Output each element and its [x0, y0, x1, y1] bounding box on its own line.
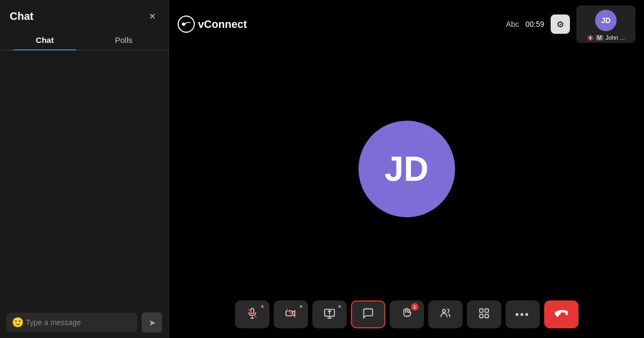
message-input-wrapper: 🙂: [6, 313, 137, 332]
participants-icon: [440, 307, 451, 322]
mic-off-icon: 🔇: [587, 35, 594, 41]
logo-text: vConnect: [198, 18, 247, 31]
chat-panel: Chat × Chat Polls 🙂 ➤: [0, 0, 169, 338]
top-bar: vConnect Abc 00:59 ⚙ JD 🔇 M John ...: [169, 0, 644, 48]
chevron-up-icon: ▲: [299, 303, 304, 308]
tab-polls[interactable]: Polls: [84, 30, 163, 50]
share-icon: [324, 307, 335, 322]
camera-icon: [285, 307, 297, 322]
chevron-up-icon: ▲: [260, 303, 265, 308]
chat-icon: [362, 307, 374, 322]
raise-hand-icon: [401, 307, 413, 322]
chat-messages-area: [0, 50, 169, 307]
svg-point-1: [182, 23, 185, 26]
logo-area: vConnect: [178, 16, 247, 33]
reactions-badge: 1: [411, 303, 419, 311]
settings-button[interactable]: ⚙: [551, 14, 570, 34]
end-call-icon: [555, 307, 568, 322]
participant-label: 🔇 M John ...: [584, 33, 628, 43]
chat-panel-title: Chat: [10, 10, 33, 23]
chat-tabs: Chat Polls: [0, 30, 169, 50]
chat-header: Chat ×: [0, 0, 169, 30]
tab-chat[interactable]: Chat: [5, 30, 84, 50]
main-speaker-avatar: JD: [358, 121, 455, 217]
svg-rect-15: [479, 314, 482, 317]
mic-button[interactable]: ▲: [235, 300, 269, 328]
chevron-up-icon: ▲: [338, 303, 342, 308]
chat-input-area: 🙂 ➤: [0, 307, 169, 338]
apps-grid-icon: [478, 307, 490, 322]
send-message-button[interactable]: ➤: [142, 312, 162, 333]
end-call-button[interactable]: [544, 300, 579, 328]
main-video-area: vConnect Abc 00:59 ⚙ JD 🔇 M John ...: [169, 0, 644, 338]
participant-avatar-small: JD: [595, 10, 617, 31]
send-icon: ➤: [149, 318, 156, 328]
share-screen-button[interactable]: ▲: [312, 300, 347, 328]
vconnect-logo-icon: [178, 16, 195, 33]
reactions-button[interactable]: ▲ 1: [390, 300, 424, 328]
abc-label: Abc: [506, 20, 519, 28]
m-icon: M: [596, 35, 603, 41]
participant-name: John ...: [605, 34, 625, 41]
top-bar-right: Abc 00:59 ⚙ JD 🔇 M John ...: [506, 5, 635, 43]
close-chat-button[interactable]: ×: [146, 10, 159, 23]
video-button[interactable]: ▲: [274, 300, 308, 328]
svg-rect-16: [485, 314, 488, 317]
call-timer: 00:59: [525, 20, 544, 28]
chat-button[interactable]: [351, 300, 385, 328]
participant-thumbnail: JD 🔇 M John ...: [576, 5, 635, 43]
participants-button[interactable]: [428, 300, 463, 328]
svg-point-0: [178, 16, 194, 32]
svg-point-12: [442, 309, 445, 312]
message-input[interactable]: [6, 313, 137, 332]
mic-icon: [246, 307, 258, 322]
svg-rect-13: [479, 308, 482, 312]
bottom-toolbar: ▲ ▲: [235, 300, 579, 328]
more-icon: •••: [515, 308, 530, 321]
settings-icon: ⚙: [557, 19, 564, 30]
apps-button[interactable]: [467, 300, 501, 328]
video-center: JD: [169, 0, 644, 338]
svg-rect-14: [485, 308, 488, 312]
more-options-button[interactable]: •••: [506, 300, 540, 328]
svg-line-7: [286, 308, 295, 318]
